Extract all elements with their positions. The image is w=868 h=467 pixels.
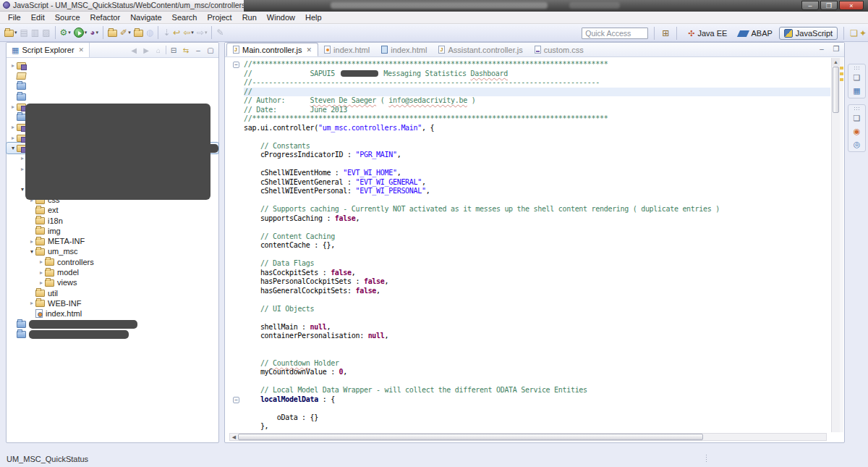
collapse-all-icon[interactable]: ⊟	[169, 46, 179, 54]
tree-item-redacted[interactable]	[7, 70, 218, 80]
tree-item-img[interactable]: img	[7, 226, 218, 236]
menu-project[interactable]: Project	[202, 12, 237, 22]
expand-arrow-icon[interactable]: ▸	[9, 104, 17, 110]
tree-item-controllers[interactable]: ▸controllers	[7, 257, 218, 267]
run-button[interactable]: ▾	[72, 25, 89, 40]
tree-item-redacted[interactable]	[7, 319, 218, 329]
tree-item-i18n[interactable]: i18n	[7, 215, 218, 225]
link-with-editor-icon[interactable]: ⇆	[181, 46, 191, 54]
expand-arrow-icon[interactable]: ▸	[9, 135, 17, 141]
expand-arrow-icon[interactable]: ▸	[38, 279, 45, 286]
drag-handle[interactable]	[854, 106, 861, 110]
maximize-view-icon[interactable]: ▢	[205, 46, 216, 54]
new-wizard-button[interactable]: ▾	[3, 25, 19, 40]
tree-item-redacted[interactable]: ▸	[7, 60, 218, 70]
snippets-view-icon[interactable]: ◎	[854, 139, 861, 149]
new-wizard-dropdown-arrow[interactable]: ▾	[14, 30, 17, 35]
expand-arrow-icon[interactable]: ▾	[9, 145, 17, 151]
tree-item-util[interactable]: util	[7, 288, 218, 298]
tree-item-web-inf[interactable]: ▸WEB-INF	[7, 298, 218, 308]
menu-search[interactable]: Search	[167, 12, 203, 22]
expand-arrow-icon[interactable]: ▾	[28, 248, 35, 255]
title-bar[interactable]: JavaScript - UM_MSC_QuickStatus/WebConte…	[0, 0, 868, 12]
open-task-button[interactable]	[106, 25, 119, 40]
close-view-icon[interactable]: ✕	[79, 46, 85, 54]
close-button[interactable]: ×	[839, 1, 864, 10]
code-content[interactable]: −//*************************************…	[226, 58, 830, 432]
tree-item-index-html[interactable]: index.html	[7, 308, 218, 319]
outline-view-icon[interactable]: ▦	[853, 85, 860, 96]
menu-refactor[interactable]: Refactor	[85, 12, 126, 22]
vertical-scroll-thumb[interactable]	[833, 67, 839, 113]
editor-tab-assistant-controller-js[interactable]: Assistant.controller.js	[433, 43, 528, 56]
fold-collapse-icon[interactable]: −	[233, 62, 239, 68]
search-button[interactable]: ✐▾	[119, 25, 132, 40]
editor-tab-custom-css[interactable]: custom.css	[529, 43, 590, 56]
script-explorer-tab[interactable]: ▦ Script Explorer ✕	[7, 43, 90, 57]
open-perspective-icon[interactable]: ⊞	[660, 28, 671, 38]
annotation-marker[interactable]	[840, 67, 843, 70]
maximize-button[interactable]: ❐	[820, 1, 838, 10]
minimize-view-icon[interactable]: –	[193, 46, 203, 54]
tree-item-redacted[interactable]	[7, 329, 218, 340]
overview-ruler[interactable]	[840, 58, 843, 432]
star-icon[interactable]: ✦	[859, 28, 867, 39]
editor-tab-index-html[interactable]: index.html	[375, 43, 433, 56]
scroll-left-arrow[interactable]: ◀	[230, 434, 238, 440]
menu-window[interactable]: Window	[262, 12, 300, 22]
vertical-scrollbar[interactable]: ▲	[831, 58, 840, 432]
annotation-marker[interactable]	[840, 78, 843, 81]
debug-button[interactable]: ⚙▾	[59, 25, 72, 40]
restore-fast-view-icon[interactable]: ❏	[854, 113, 861, 123]
menu-file[interactable]: File	[3, 12, 26, 22]
forward-history-dropdown-arrow[interactable]: ▾	[205, 30, 208, 35]
minimize-button[interactable]: –	[801, 1, 819, 10]
profile-dropdown-arrow[interactable]: ▾	[96, 30, 99, 35]
horizontal-scrollbar[interactable]: ◀	[229, 433, 827, 441]
profile-button[interactable]: ◕▾	[88, 25, 100, 40]
expand-arrow-icon[interactable]: ▸	[38, 258, 45, 265]
maximize-editor-icon[interactable]: ❐	[831, 45, 841, 53]
problems-view-icon[interactable]: ◉	[854, 126, 861, 136]
menu-navigate[interactable]: Navigate	[125, 12, 166, 22]
open-resource-button[interactable]	[132, 25, 145, 40]
tree-item-ext[interactable]: ext	[7, 205, 218, 215]
editor-tab-main-controller-js[interactable]: Main.controller.js✕	[226, 43, 318, 56]
tree-item-model[interactable]: ▸model	[7, 267, 218, 277]
scroll-up-arrow[interactable]: ▲	[832, 58, 840, 66]
back-history-button[interactable]: ⇦▾	[182, 25, 195, 40]
menu-source[interactable]: Source	[50, 12, 85, 22]
tree-item-meta-inf[interactable]: ▸META-INF	[7, 236, 218, 246]
menu-help[interactable]: Help	[300, 12, 327, 22]
new-folder-icon[interactable]: ❏	[850, 28, 858, 39]
fold-collapse-icon[interactable]: −	[233, 397, 239, 403]
minimize-editor-icon[interactable]: –	[817, 45, 827, 53]
last-edit-location-button[interactable]: ↩	[171, 25, 182, 40]
back-history-dropdown-arrow[interactable]: ▾	[191, 30, 194, 35]
expand-arrow-icon[interactable]: ▸	[38, 269, 45, 276]
expand-arrow-icon[interactable]: ▸	[9, 124, 17, 130]
expand-arrow-icon[interactable]: ▸	[28, 238, 35, 245]
perspective-abap[interactable]: ABAP	[733, 27, 777, 40]
horizontal-scroll-thumb[interactable]	[238, 434, 703, 440]
expand-arrow-icon[interactable]: ▸	[9, 62, 17, 69]
editor-tab-index-html[interactable]: index.html	[318, 43, 375, 56]
expand-arrow-icon[interactable]: ▸	[28, 300, 35, 306]
status-bar-handle[interactable]	[705, 454, 707, 463]
close-tab-icon[interactable]: ✕	[307, 46, 312, 54]
restore-fast-view-icon[interactable]: ❏	[854, 72, 861, 83]
drag-handle[interactable]	[854, 66, 861, 70]
quick-access-input[interactable]	[582, 28, 648, 39]
perspective-javascript[interactable]: JavaScript	[779, 27, 838, 40]
tree-item-redacted[interactable]	[7, 91, 218, 101]
annotation-marker[interactable]	[840, 72, 843, 75]
tree-item-views[interactable]: ▸views	[7, 277, 218, 287]
perspective-java-ee[interactable]: ✣Java EE	[683, 27, 732, 40]
menu-edit[interactable]: Edit	[26, 12, 50, 22]
search-dropdown-arrow[interactable]: ▾	[128, 30, 131, 35]
tree-item-redacted[interactable]	[7, 81, 218, 91]
menu-run[interactable]: Run	[237, 12, 262, 22]
code-editor[interactable]: −//*************************************…	[226, 58, 843, 432]
run-dropdown-arrow[interactable]: ▾	[85, 30, 88, 35]
debug-dropdown-arrow[interactable]: ▾	[68, 30, 71, 35]
